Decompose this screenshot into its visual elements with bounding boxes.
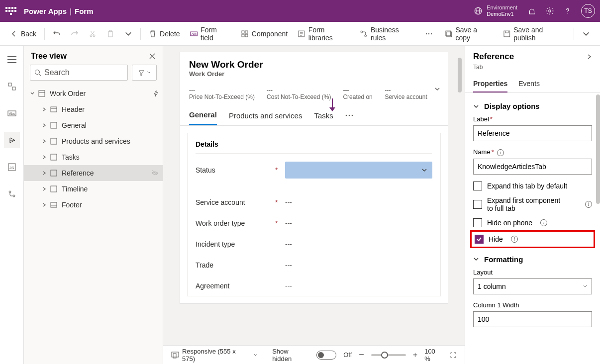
save-publish-button[interactable]: Save and publish xyxy=(499,23,570,45)
show-hidden-toggle[interactable] xyxy=(316,351,336,360)
label-input[interactable] xyxy=(473,125,592,141)
field-service-account[interactable]: Service account*--- xyxy=(196,198,432,206)
expand-default-checkbox[interactable]: Expand this tab by default xyxy=(473,182,592,190)
svg-point-3 xyxy=(549,10,551,12)
save-publish-chevron[interactable] xyxy=(578,27,594,41)
tab-products[interactable]: Products and services xyxy=(229,106,302,125)
left-rail: Abc JS xyxy=(0,46,24,364)
svg-rect-45 xyxy=(172,352,179,357)
tree-item-timeline[interactable]: Timeline xyxy=(24,181,163,197)
highlighted-hide-option: Hidei xyxy=(470,230,595,248)
form-preview[interactable]: New Work Order Work Order ---Price Not-T… xyxy=(180,52,448,304)
chevron-down-icon[interactable] xyxy=(434,86,441,92)
settings-icon[interactable] xyxy=(545,6,554,15)
hamburger-icon[interactable] xyxy=(4,52,20,68)
components-rail-icon[interactable] xyxy=(4,79,20,94)
component-button[interactable]: Component xyxy=(237,27,292,41)
environment-picker[interactable]: Environment DemoEnv1 xyxy=(474,4,517,17)
fields-rail-icon[interactable]: Abc xyxy=(4,105,20,121)
paste-button[interactable] xyxy=(102,27,118,41)
tree-item-tasks[interactable]: Tasks xyxy=(24,149,163,165)
field-agreement[interactable]: Agreement--- xyxy=(196,282,432,290)
layout-select[interactable]: 1 column xyxy=(473,278,592,294)
field-trade[interactable]: Trade--- xyxy=(196,261,432,269)
hidden-icon xyxy=(151,170,159,176)
svg-point-32 xyxy=(35,70,40,75)
name-label: Name*i xyxy=(473,148,592,156)
svg-point-30 xyxy=(9,191,11,193)
svg-rect-11 xyxy=(242,31,244,33)
svg-rect-7 xyxy=(108,31,112,37)
field-incident-type[interactable]: Incident type--- xyxy=(196,240,432,248)
tree-item-header[interactable]: Header xyxy=(24,101,163,117)
user-avatar[interactable]: TS xyxy=(581,4,595,18)
zoom-out-button[interactable]: − xyxy=(359,350,364,360)
svg-rect-36 xyxy=(51,138,57,144)
globe-icon xyxy=(474,6,483,15)
undo-button[interactable] xyxy=(49,27,65,41)
close-icon[interactable] xyxy=(149,53,156,60)
tab-general[interactable]: General xyxy=(189,105,217,125)
tree-item-footer[interactable]: Footer xyxy=(24,197,163,213)
svg-rect-46 xyxy=(173,354,176,358)
name-input[interactable] xyxy=(473,159,592,175)
scrollbar[interactable] xyxy=(458,52,462,345)
section-display-options[interactable]: Display options xyxy=(473,102,592,110)
prop-tab-properties[interactable]: Properties xyxy=(473,76,507,92)
svg-rect-35 xyxy=(51,122,57,128)
business-rules-button[interactable]: Business rules xyxy=(356,23,418,45)
info-icon[interactable]: i xyxy=(585,201,592,208)
info-icon[interactable]: i xyxy=(540,219,547,226)
app-title: Power Apps|Form xyxy=(24,7,94,15)
col-width-label: Column 1 Width xyxy=(473,301,592,309)
field-status[interactable]: Status* xyxy=(196,162,432,179)
canvas-footer: Responsive (555 x 575) Show hidden Off −… xyxy=(163,345,465,364)
notifications-icon[interactable] xyxy=(527,6,536,15)
hide-checkbox[interactable]: Hidei xyxy=(475,235,591,244)
expand-full-checkbox[interactable]: Expand first component to full tabi xyxy=(473,196,592,212)
svg-point-19 xyxy=(428,33,429,34)
form-libraries-button[interactable]: Form libraries xyxy=(294,23,354,45)
col-width-input[interactable] xyxy=(473,311,592,327)
filter-button[interactable] xyxy=(132,65,157,81)
overflow-button[interactable] xyxy=(421,27,437,41)
help-icon[interactable] xyxy=(563,6,572,15)
flow-rail-icon[interactable] xyxy=(4,186,20,202)
command-bar: Back Delete AbcForm field Component Form… xyxy=(0,22,600,46)
form-field-button[interactable]: AbcForm field xyxy=(186,23,235,45)
tree-item-products[interactable]: Products and services xyxy=(24,133,163,149)
app-launcher-icon[interactable] xyxy=(5,5,17,17)
tree-root[interactable]: Work Order xyxy=(24,86,163,101)
back-button[interactable]: Back xyxy=(6,27,40,41)
zoom-slider[interactable] xyxy=(371,354,406,356)
scrollbar[interactable] xyxy=(596,91,600,360)
svg-rect-40 xyxy=(51,202,57,207)
insertion-marker-icon xyxy=(328,98,336,112)
lightning-icon[interactable] xyxy=(153,90,159,97)
hide-phone-checkbox[interactable]: Hide on phonei xyxy=(473,218,592,227)
field-work-order-type[interactable]: Work order type*--- xyxy=(196,219,432,227)
svg-point-18 xyxy=(426,33,427,34)
redo-button[interactable] xyxy=(67,27,83,41)
property-panel: Reference Tab Properties Events Display … xyxy=(465,46,600,364)
info-icon[interactable]: i xyxy=(497,149,504,156)
filter-icon xyxy=(138,69,145,76)
responsive-picker[interactable]: Responsive (555 x 575) xyxy=(171,348,258,363)
prop-tab-events[interactable]: Events xyxy=(518,76,540,92)
js-rail-icon[interactable]: JS xyxy=(4,159,20,175)
tree-rail-icon[interactable] xyxy=(4,132,20,148)
tree-item-reference[interactable]: Reference xyxy=(24,165,163,181)
save-copy-button[interactable]: Save a copy xyxy=(441,23,497,45)
paste-chevron[interactable] xyxy=(120,27,136,41)
cut-button[interactable] xyxy=(85,27,100,41)
search-input[interactable]: Search xyxy=(30,65,128,81)
zoom-in-button[interactable]: + xyxy=(413,351,417,360)
delete-button[interactable]: Delete xyxy=(145,27,184,41)
fit-icon[interactable] xyxy=(450,352,457,359)
info-icon[interactable]: i xyxy=(511,236,518,243)
section-formatting[interactable]: Formatting xyxy=(473,255,592,264)
svg-point-41 xyxy=(345,115,347,116)
chevron-right-icon[interactable] xyxy=(586,54,592,60)
tree-item-general[interactable]: General xyxy=(24,117,163,133)
tab-overflow[interactable] xyxy=(345,109,353,121)
